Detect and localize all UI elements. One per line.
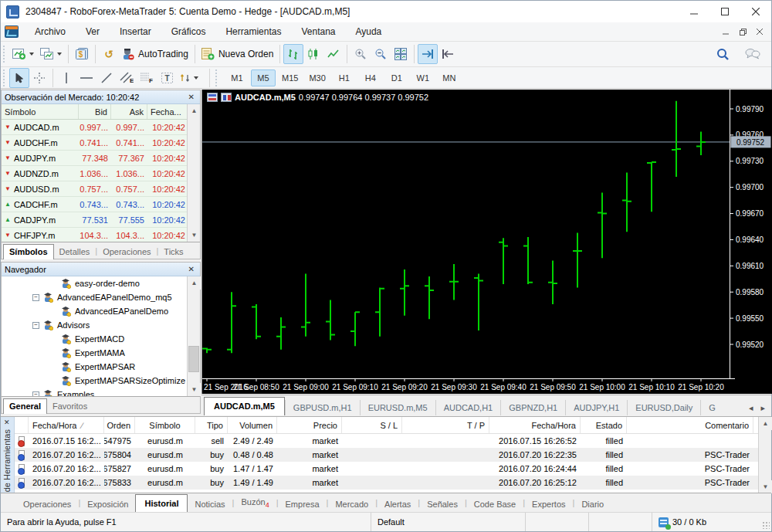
- cursor-button[interactable]: [9, 68, 29, 88]
- table-row[interactable]: 2016.07.20 16:2...36675827eurusd.mbuy1.4…: [15, 462, 758, 476]
- tab-general[interactable]: General: [3, 398, 47, 414]
- tab-señales[interactable]: Señales: [420, 496, 465, 512]
- column-header[interactable]: Símbolo: [135, 417, 195, 433]
- column-header[interactable]: Precio: [277, 417, 342, 433]
- profiles-button[interactable]: [37, 44, 65, 64]
- history-scrollbar[interactable]: ▲ ▼: [758, 417, 771, 493]
- tab-code-base[interactable]: Code Base: [467, 496, 523, 512]
- candlestick-chart-button[interactable]: [303, 44, 323, 64]
- column-header[interactable]: Fecha/Hora ∕: [29, 417, 104, 433]
- collapse-icon[interactable]: −: [32, 322, 39, 329]
- equidistant-channel-button[interactable]: E: [117, 68, 137, 88]
- chart-tab[interactable]: EURUSD,Daily: [627, 400, 700, 415]
- tree-item[interactable]: ExpertMAPSARSizeOptimize: [2, 374, 187, 388]
- chart-tab[interactable]: GBPUSD.m,H1: [285, 400, 360, 415]
- tab-operaciones[interactable]: Operaciones: [16, 496, 78, 512]
- tree-item[interactable]: ExpertMACD: [2, 332, 187, 346]
- collapse-icon[interactable]: −: [32, 294, 39, 301]
- column-header[interactable]: Bid: [79, 104, 111, 119]
- vertical-line-button[interactable]: [56, 68, 76, 88]
- tree-item[interactable]: ExpertMAMA: [2, 346, 187, 360]
- table-row[interactable]: ▼AUDCAD.m0.997...0.997...10:20:42: [2, 120, 200, 135]
- child-restore-button[interactable]: [734, 25, 751, 39]
- close-button[interactable]: [740, 1, 771, 22]
- line-chart-button[interactable]: [323, 44, 344, 64]
- column-header[interactable]: T / P: [402, 417, 489, 433]
- timeframe-button-m15[interactable]: M15: [277, 69, 303, 86]
- timeframe-button-mn[interactable]: MN: [437, 69, 462, 86]
- new-order-button[interactable]: Nueva Orden: [198, 44, 276, 64]
- tab-operaciones[interactable]: Operaciones: [97, 245, 156, 259]
- column-header[interactable]: Estado: [581, 417, 627, 433]
- tab-noticias[interactable]: Noticias: [188, 496, 232, 512]
- scroll-up-icon[interactable]: ▲: [759, 417, 772, 430]
- maximize-button[interactable]: [709, 1, 740, 22]
- tree-item[interactable]: ExpertMAPSAR: [2, 360, 187, 374]
- zoom-out-button[interactable]: [371, 44, 391, 64]
- tile-windows-button[interactable]: [391, 44, 411, 64]
- navigator-scrollbar[interactable]: ▲ ▼: [187, 276, 200, 396]
- one-click-trading-icon[interactable]: [221, 93, 232, 102]
- tab-ticks[interactable]: Ticks: [158, 245, 188, 259]
- chart-shift-button[interactable]: [438, 44, 458, 64]
- child-minimize-button[interactable]: [717, 25, 734, 39]
- chart-tab[interactable]: GBPNZD,H1: [500, 400, 565, 415]
- shapes-button[interactable]: [177, 68, 201, 88]
- search-button[interactable]: [713, 44, 733, 64]
- menu-item[interactable]: Herramientas: [215, 23, 291, 40]
- tab-favoritos[interactable]: Favoritos: [47, 399, 93, 413]
- auto-scroll-button[interactable]: [418, 44, 438, 64]
- depth-of-market-icon[interactable]: [207, 93, 218, 102]
- column-header[interactable]: Orden: [104, 417, 135, 433]
- table-row[interactable]: ▼AUDUSD.m0.757...0.757...10:20:42: [2, 181, 200, 197]
- column-header[interactable]: Volumen: [228, 417, 277, 433]
- scroll-down-icon[interactable]: ▼: [759, 480, 772, 493]
- tab-buzón[interactable]: Buzón4: [234, 494, 276, 512]
- horizontal-line-button[interactable]: [76, 68, 96, 88]
- trendline-button[interactable]: [96, 68, 117, 88]
- new-chart-button[interactable]: [9, 44, 37, 64]
- tab-diario[interactable]: Diario: [574, 496, 611, 512]
- timeframe-button-d1[interactable]: D1: [384, 69, 409, 86]
- column-header[interactable]: Tipo: [195, 417, 228, 433]
- tab-historial[interactable]: Historial: [135, 494, 188, 512]
- tree-item[interactable]: −AdvancedEAPanelDemo_mq5: [2, 290, 187, 304]
- rollback-button[interactable]: ↺: [99, 44, 119, 64]
- table-row[interactable]: ▲CADCHF.m0.743...0.743...10:20:42: [2, 197, 200, 212]
- table-row[interactable]: ▼CHFJPY.m104.3...104.3...10:20:42: [2, 228, 200, 242]
- column-header[interactable]: S / L: [342, 417, 402, 433]
- table-row[interactable]: ▼AUDNZD.m1.036...1.036...10:20:42: [2, 166, 200, 181]
- tree-item[interactable]: easy-order-demo: [2, 276, 187, 290]
- chat-button[interactable]: [742, 44, 764, 64]
- chart-tab[interactable]: AUDCAD.m,M5: [204, 397, 285, 415]
- table-row[interactable]: ▼AUDJPY.m77.34877.36710:20:42: [2, 151, 200, 166]
- column-header[interactable]: Comentario: [627, 417, 753, 433]
- timeframe-button-h4[interactable]: H4: [358, 69, 383, 86]
- market-watch-scrollbar[interactable]: ▲ ▼: [187, 104, 200, 242]
- table-row[interactable]: ▼AUDCHF.m0.741...0.741...10:20:42: [2, 135, 200, 151]
- scroll-up-icon[interactable]: ▲: [188, 276, 201, 290]
- tab-exposición[interactable]: Exposición: [80, 496, 135, 512]
- timeframe-button-m30[interactable]: M30: [304, 69, 330, 86]
- column-header[interactable]: Símbolo: [2, 104, 79, 119]
- table-row[interactable]: 2016.07.20 16:2...36675833eurusd.mbuy1.4…: [15, 476, 758, 490]
- zoom-in-button[interactable]: [350, 44, 371, 64]
- scroll-up-icon[interactable]: ▲: [188, 104, 200, 117]
- table-row[interactable]: 2016.07.20 16:2...36675804eurusd.mbuy0.4…: [15, 448, 758, 462]
- scroll-thumb[interactable]: [188, 346, 199, 372]
- price-chart[interactable]: 0.997900.997600.997300.997000.996700.996…: [202, 90, 772, 394]
- chart-tab[interactable]: AUDCAD,H1: [435, 400, 501, 415]
- tree-item[interactable]: −Advisors: [2, 318, 187, 332]
- crosshair-button[interactable]: [29, 68, 49, 88]
- chart-tab[interactable]: G: [700, 400, 723, 415]
- deposit-button[interactable]: $: [72, 44, 92, 64]
- column-header[interactable]: Ask: [111, 104, 147, 119]
- toolbar-grip[interactable]: [3, 46, 7, 63]
- child-close-button[interactable]: [751, 25, 768, 39]
- table-row[interactable]: 2016.07.15 16:2...36547975eurusd.msell2.…: [15, 434, 758, 448]
- close-icon[interactable]: ✕: [4, 418, 10, 426]
- tab-empresa[interactable]: Empresa: [279, 496, 327, 512]
- autotrading-button[interactable]: AutoTrading: [119, 44, 191, 64]
- table-row[interactable]: ▲CADJPY.m77.53177.55510:20:42: [2, 212, 200, 228]
- menu-item[interactable]: Ayuda: [345, 23, 391, 40]
